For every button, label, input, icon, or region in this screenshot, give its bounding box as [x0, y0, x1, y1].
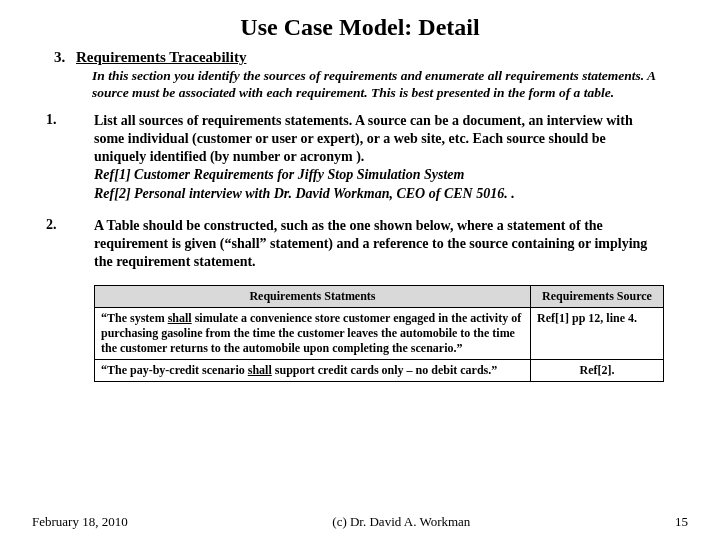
section-number: 3.	[54, 49, 76, 66]
item-body: A Table should be constructed, such as t…	[94, 217, 658, 272]
stmt-shall: shall	[168, 311, 192, 325]
list-item: 2. A Table should be constructed, such a…	[46, 217, 658, 272]
slide-title: Use Case Model: Detail	[32, 14, 688, 41]
stmt-cell: “The system shall simulate a convenience…	[95, 308, 531, 360]
table-row: “The pay-by-credit scenario shall suppor…	[95, 360, 664, 382]
item-text: A Table should be constructed, such as t…	[94, 218, 647, 269]
src-cell: Ref[2].	[531, 360, 664, 382]
item-body: List all sources of requirements stateme…	[94, 112, 658, 203]
requirements-table: Requirements Statments Requirements Sour…	[94, 285, 664, 382]
stmt-cell: “The pay-by-credit scenario shall suppor…	[95, 360, 531, 382]
table-row: “The system shall simulate a convenience…	[95, 308, 664, 360]
item-number: 2.	[46, 217, 94, 272]
header-source: Requirements Source	[531, 286, 664, 308]
item-refs: Ref[1] Customer Requirements for Jiffy S…	[94, 167, 515, 200]
footer-date: February 18, 2010	[32, 514, 128, 530]
footer-page: 15	[675, 514, 688, 530]
stmt-pre: “The system	[101, 311, 168, 325]
footer-copyright: (c) Dr. David A. Workman	[332, 514, 470, 530]
stmt-post: support credit cards only – no debit car…	[272, 363, 497, 377]
footer: February 18, 2010 (c) Dr. David A. Workm…	[32, 514, 688, 530]
list-item: 1. List all sources of requirements stat…	[46, 112, 658, 203]
header-statements: Requirements Statments	[95, 286, 531, 308]
table-header-row: Requirements Statments Requirements Sour…	[95, 286, 664, 308]
item-number: 1.	[46, 112, 94, 203]
stmt-pre: “The pay-by-credit scenario	[101, 363, 248, 377]
slide: Use Case Model: Detail 3. Requirements T…	[0, 0, 720, 540]
item-text: List all sources of requirements stateme…	[94, 113, 633, 164]
section-intro: In this section you identify the sources…	[92, 68, 658, 102]
section-line: 3. Requirements Traceability	[54, 49, 688, 66]
src-cell: Ref[1] pp 12, line 4.	[531, 308, 664, 360]
section-heading: Requirements Traceability	[76, 49, 246, 66]
stmt-shall: shall	[248, 363, 272, 377]
